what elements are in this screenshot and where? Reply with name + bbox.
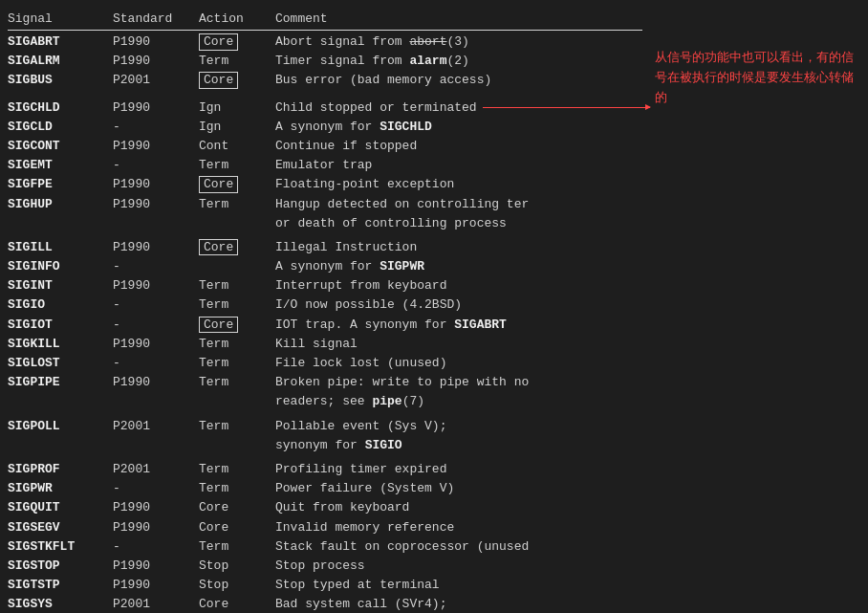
action-cell: Stop [199, 558, 275, 575]
standard-cell: P1990 [113, 99, 199, 117]
annotation-area: 从信号的功能中也可以看出，有的信号在被执行的时候是要发生核心转储的 CSDN @… [650, 0, 868, 613]
signal-cell: SIGSTOP [8, 558, 113, 575]
signal-cell: SIGKILL [8, 336, 113, 353]
signal-cell: SIGCONT [8, 138, 113, 155]
table-row: SIGKILLP1990TermKill signal [8, 335, 642, 354]
header-comment: Comment [275, 11, 642, 26]
signal-cell: SIGIOT [8, 317, 113, 334]
standard-cell: P1990 [113, 336, 199, 353]
signal-cell: SIGFPE [8, 176, 113, 193]
signal-cell [8, 437, 113, 454]
table-row: SIGQUITP1990CoreQuit from keyboard [8, 498, 642, 517]
header-standard: Standard [113, 11, 199, 26]
action-cell: Core [199, 33, 275, 51]
standard-cell [113, 393, 199, 410]
action-cell [199, 258, 275, 275]
signal-cell: SIGEMT [8, 157, 113, 174]
action-cell [199, 393, 275, 410]
comment-cell: Interrupt from keyboard [275, 277, 642, 295]
signal-cell: SIGQUIT [8, 499, 113, 516]
comment-cell: File lock lost (unused) [275, 355, 642, 372]
standard-cell: P1990 [113, 519, 199, 536]
main-container: Signal Standard Action Comment SIGABRTP1… [0, 0, 868, 613]
table-row: SIGCLD-IgnA synonym for SIGCHLD [8, 118, 642, 137]
table-header: Signal Standard Action Comment [8, 10, 642, 31]
action-cell: Term [199, 196, 275, 213]
table-row: SIGSTOPP1990StopStop process [8, 557, 642, 576]
table-row: SIGSEGVP1990CoreInvalid memory reference [8, 518, 642, 537]
comment-cell: or death of controlling process [275, 215, 642, 232]
signal-cell: SIGHUP [8, 196, 113, 213]
comment-cell: Emulator trap [275, 157, 642, 174]
comment-cell: Illegal Instruction [275, 239, 642, 256]
signal-cell: SIGINT [8, 277, 113, 295]
action-cell: Term [199, 53, 275, 70]
signal-cell: SIGPWR [8, 480, 113, 497]
standard-cell: P2001 [113, 596, 199, 613]
standard-cell: P1990 [113, 558, 199, 575]
standard-cell: P2001 [113, 461, 199, 478]
standard-cell: P1990 [113, 176, 199, 193]
standard-cell: - [113, 157, 199, 174]
standard-cell: P1990 [113, 138, 199, 155]
table-row: SIGSYSP2001CoreBad system call (SVr4); [8, 595, 642, 613]
standard-cell: P1990 [113, 33, 199, 51]
header-signal: Signal [8, 11, 113, 26]
signal-cell: SIGBUS [8, 72, 113, 89]
table-row: SIGCONTP1990ContContinue if stopped [8, 137, 642, 156]
table-row: readers; see pipe(7) [8, 392, 642, 411]
signal-cell [8, 215, 113, 232]
comment-cell: Stack fault on coprocessor (unused [275, 538, 642, 556]
action-cell: Core [199, 176, 275, 193]
standard-cell: - [113, 355, 199, 372]
standard-cell: - [113, 480, 199, 497]
comment-cell: Kill signal [275, 336, 642, 353]
action-cell: Core [199, 499, 275, 516]
annotation-text: 从信号的功能中也可以看出，有的信号在被执行的时候是要发生核心转储的 [655, 48, 856, 107]
action-cell: Term [199, 461, 275, 478]
standard-cell: P1990 [113, 277, 199, 295]
action-cell: Core [199, 317, 275, 334]
comment-cell: Broken pipe: write to pipe with no [275, 374, 642, 391]
comment-cell: Hangup detected on controlling ter [275, 196, 642, 213]
action-cell: Term [199, 374, 275, 391]
table-area: Signal Standard Action Comment SIGABRTP1… [0, 0, 650, 613]
table-row: SIGIO-TermI/O now possible (4.2BSD) [8, 296, 642, 315]
comment-cell: Floating-point exception [275, 176, 642, 193]
standard-cell: P1990 [113, 53, 199, 70]
comment-cell: I/O now possible (4.2BSD) [275, 296, 642, 314]
signal-cell: SIGILL [8, 239, 113, 256]
table-row: SIGALRMP1990TermTimer signal from alarm(… [8, 52, 642, 71]
table-row: SIGEMT-TermEmulator trap [8, 156, 642, 175]
table-body: SIGABRTP1990CoreAbort signal from abort(… [8, 33, 642, 613]
table-row: SIGSTKFLT-TermStack fault on coprocessor… [8, 537, 642, 557]
signal-cell: SIGTSTP [8, 577, 113, 594]
signal-cell [8, 393, 113, 410]
signal-cell: SIGIO [8, 296, 113, 314]
comment-cell: A synonym for SIGCHLD [275, 119, 642, 136]
signal-cell: SIGLOST [8, 355, 113, 372]
action-cell: Term [199, 157, 275, 174]
table-row: SIGIOT-CoreIOT trap. A synonym for SIGAB… [8, 316, 642, 335]
table-row: SIGHUPP1990TermHangup detected on contro… [8, 195, 642, 214]
action-cell: Core [199, 72, 275, 89]
standard-cell: P2001 [113, 418, 199, 435]
table-row: SIGLOST-TermFile lock lost (unused) [8, 354, 642, 373]
action-cell [199, 215, 275, 232]
action-cell: Term [199, 336, 275, 353]
signal-cell: SIGPOLL [8, 418, 113, 435]
standard-cell: P1990 [113, 374, 199, 391]
standard-cell: P2001 [113, 72, 199, 89]
comment-cell: Profiling timer expired [275, 461, 642, 478]
table-row: SIGFPEP1990CoreFloating-point exception [8, 175, 642, 194]
table-row: SIGPWR-TermPower failure (System V) [8, 479, 642, 498]
action-cell: Core [199, 239, 275, 256]
signal-cell: SIGPIPE [8, 374, 113, 391]
signal-cell: SIGSTKFLT [8, 538, 113, 556]
standard-cell: - [113, 119, 199, 136]
standard-cell: P1990 [113, 577, 199, 594]
signal-cell: SIGALRM [8, 53, 113, 70]
annotation-container: 从信号的功能中也可以看出，有的信号在被执行的时候是要发生核心转储的 [655, 48, 856, 107]
table-row: SIGBUSP2001CoreBus error (bad memory acc… [8, 71, 642, 90]
table-row: SIGINTP1990TermInterrupt from keyboard [8, 276, 642, 296]
